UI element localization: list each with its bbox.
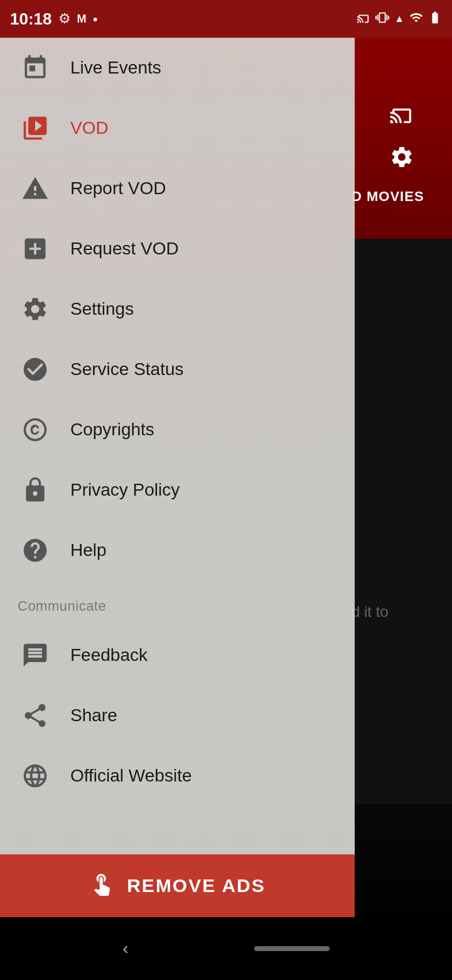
- film-clapper-icon: [18, 111, 53, 146]
- request-vod-label: Request VOD: [70, 239, 179, 259]
- sidebar-item-settings[interactable]: Settings: [0, 279, 355, 339]
- remove-ads-label: REMOVE ADS: [127, 875, 266, 896]
- copyrights-label: Copyrights: [70, 420, 154, 440]
- share-label: Share: [70, 705, 117, 726]
- battery-icon: [428, 11, 442, 28]
- sidebar-item-feedback[interactable]: Feedback: [0, 625, 355, 685]
- sidebar-item-official-website[interactable]: Official Website: [0, 746, 355, 806]
- help-label: Help: [70, 540, 107, 560]
- share-icon: [18, 698, 53, 733]
- settings-label: Settings: [70, 299, 134, 319]
- report-vod-label: Report VOD: [70, 178, 166, 199]
- status-bar: 10:18 ⚙ M ● ▲: [0, 0, 452, 38]
- sidebar-item-report-vod[interactable]: Report VOD: [0, 158, 355, 219]
- header-icons: [352, 75, 452, 201]
- lock-icon: [18, 472, 53, 508]
- service-status-label: Service Status: [70, 359, 184, 379]
- bg-bottom-text: d it to: [352, 603, 389, 621]
- sidebar-item-help[interactable]: Help: [0, 520, 355, 580]
- menu-list: Live Events VOD Report VOD: [0, 38, 355, 806]
- status-right: ▲: [357, 11, 442, 28]
- home-pill[interactable]: [254, 946, 330, 951]
- sidebar-item-copyrights[interactable]: Copyrights: [0, 400, 355, 460]
- status-time: 10:18: [10, 9, 52, 29]
- sidebar-item-live-events[interactable]: Live Events: [0, 38, 355, 98]
- gear-status-icon: ⚙: [58, 11, 71, 27]
- warning-triangle-icon: [18, 171, 53, 206]
- calendar-clock-icon: [18, 50, 53, 85]
- sidebar-item-share[interactable]: Share: [0, 685, 355, 746]
- vibrate-icon: [375, 11, 389, 28]
- wifi-icon: [409, 11, 423, 28]
- status-left: 10:18 ⚙ M ●: [10, 9, 98, 29]
- plus-square-icon: [18, 231, 53, 266]
- vod-label: VOD: [70, 118, 109, 138]
- feedback-label: Feedback: [70, 645, 148, 665]
- edit-bubble-icon: [18, 638, 53, 673]
- signal-icon: ▲: [394, 13, 404, 24]
- globe-cursor-icon: [18, 758, 53, 793]
- copyright-icon: [18, 412, 53, 447]
- navigation-bar: ‹: [0, 917, 452, 980]
- bg-movies-text: D MOVIES: [352, 188, 424, 205]
- sidebar-item-vod[interactable]: VOD: [0, 98, 355, 158]
- back-button[interactable]: ‹: [122, 939, 128, 959]
- settings-gear-icon: [18, 291, 53, 327]
- bg-cast-icon: [389, 101, 414, 132]
- privacy-policy-label: Privacy Policy: [70, 480, 180, 500]
- question-circle-icon: [18, 533, 53, 568]
- sidebar-item-privacy-policy[interactable]: Privacy Policy: [0, 460, 355, 520]
- side-drawer: Live Events VOD Report VOD: [0, 38, 355, 942]
- check-circle-icon: [18, 352, 53, 387]
- live-events-label: Live Events: [70, 58, 161, 78]
- official-website-label: Official Website: [70, 766, 191, 786]
- sidebar-item-service-status[interactable]: Service Status: [0, 339, 355, 400]
- gmail-icon: M: [77, 13, 87, 26]
- cast-icon: [357, 11, 370, 28]
- dot-icon: ●: [93, 14, 98, 24]
- communicate-section-header: Communicate: [0, 580, 355, 625]
- hand-stop-icon: [89, 871, 114, 901]
- bg-black-area: [352, 239, 452, 804]
- bg-gear-icon: [389, 144, 414, 175]
- sidebar-item-request-vod[interactable]: Request VOD: [0, 219, 355, 279]
- remove-ads-button[interactable]: REMOVE ADS: [0, 854, 355, 917]
